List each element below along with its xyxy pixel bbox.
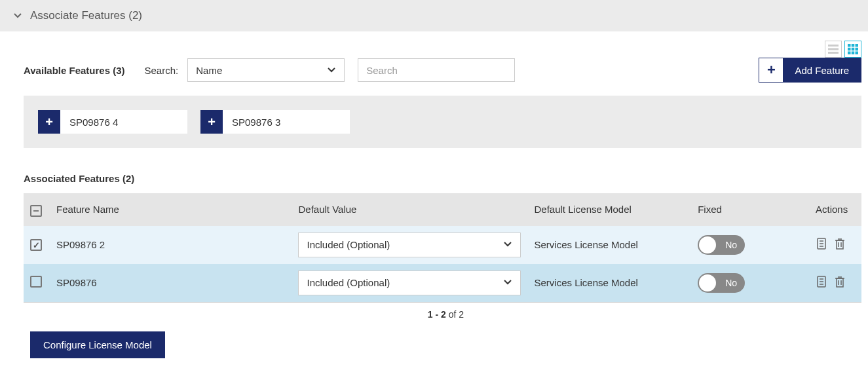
svg-rect-5 [856,44,859,47]
search-field-value: Name [196,65,222,76]
svg-rect-25 [837,278,843,287]
chevron-down-icon [327,65,336,76]
svg-rect-3 [848,44,851,47]
feature-chip[interactable]: + SP09876 3 [200,110,350,134]
table-row: SP09876 Included (Optional) Services Lic… [24,264,861,303]
plus-icon: + [759,58,783,82]
search-input[interactable] [358,58,515,82]
svg-rect-0 [828,45,839,47]
grid-view-button[interactable] [844,41,861,58]
search-field-select[interactable]: Name [187,58,345,82]
toggle-knob [699,236,716,253]
row-checkbox[interactable] [30,276,42,288]
chevron-down-icon[interactable] [13,10,22,22]
associated-features-label: Associated Features (2) [24,173,868,184]
default-value-select[interactable]: Included (Optional) [298,271,521,295]
toggle-knob [699,274,716,291]
svg-rect-9 [848,52,851,55]
row-checkbox[interactable] [30,239,42,251]
add-feature-label: Add Feature [783,58,861,82]
plus-icon: + [38,110,60,134]
trash-icon[interactable] [834,237,846,252]
available-features-label: Available Features (3) [24,65,125,76]
configure-license-model-button[interactable]: Configure License Model [30,331,165,358]
default-value-text: Included (Optional) [307,239,390,250]
cell-license-model: Services License Model [527,264,691,303]
col-header-default-value[interactable]: Default Value [292,193,527,226]
svg-rect-6 [848,48,851,51]
add-feature-button[interactable]: + Add Feature [759,58,861,83]
copy-icon[interactable] [816,237,827,252]
pager-of: of 2 [446,309,464,320]
list-view-button[interactable] [825,41,842,58]
col-header-name[interactable]: Feature Name [50,193,292,226]
pager-range: 1 - 2 [428,309,446,320]
svg-rect-16 [837,240,843,249]
section-title: Associate Features (2) [30,9,142,22]
copy-icon[interactable] [816,275,827,290]
cell-license-model: Services License Model [527,226,691,264]
toggle-label: No [725,240,737,250]
col-header-license-model[interactable]: Default License Model [527,193,691,226]
section-header[interactable]: Associate Features (2) [0,0,868,31]
col-header-fixed[interactable]: Fixed [691,193,809,226]
svg-rect-11 [856,52,859,55]
feature-chip[interactable]: + SP09876 4 [38,110,187,134]
svg-rect-10 [852,52,855,55]
fixed-toggle[interactable]: No [698,235,745,255]
svg-rect-4 [852,44,855,47]
chip-label: SP09876 3 [223,110,290,134]
chevron-down-icon [503,239,512,250]
cell-feature-name: SP09876 2 [50,226,292,264]
available-features-chips: + SP09876 4 + SP09876 3 [24,96,861,148]
chip-label: SP09876 4 [60,110,127,134]
trash-icon[interactable] [834,275,846,290]
search-label: Search: [145,65,179,76]
cell-feature-name: SP09876 [50,264,292,303]
chevron-down-icon [503,277,512,288]
fixed-toggle[interactable]: No [698,273,745,293]
default-value-text: Included (Optional) [307,277,390,288]
default-value-select[interactable]: Included (Optional) [298,233,521,257]
svg-rect-1 [828,48,839,50]
svg-rect-2 [828,52,839,54]
table-row: SP09876 2 Included (Optional) Services L… [24,226,861,264]
pagination-label: 1 - 2 of 2 [24,309,868,320]
plus-icon: + [200,110,223,134]
associated-features-table: Feature Name Default Value Default Licen… [24,193,861,303]
select-all-checkbox[interactable] [30,205,42,217]
toggle-label: No [725,278,737,288]
svg-rect-8 [856,48,859,51]
svg-rect-7 [852,48,855,51]
col-header-actions: Actions [809,193,861,226]
